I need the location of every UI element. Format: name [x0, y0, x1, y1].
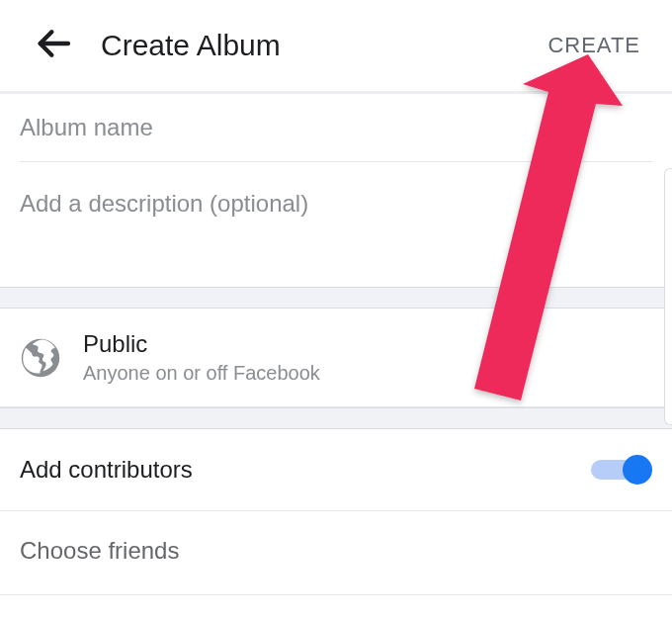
choose-friends-row[interactable]: Choose friends [0, 511, 672, 595]
add-contributors-label: Add contributors [20, 456, 591, 484]
album-name-placeholder: Album name [20, 114, 652, 141]
add-contributors-toggle[interactable] [591, 455, 652, 485]
privacy-title: Public [83, 330, 320, 358]
privacy-text: Public Anyone on or off Facebook [83, 330, 320, 385]
back-button[interactable] [32, 24, 75, 67]
globe-icon [20, 337, 61, 379]
privacy-row[interactable]: Public Anyone on or off Facebook [0, 309, 672, 407]
album-description-field[interactable]: Add a description (optional) [20, 162, 652, 287]
page-title: Create Album [101, 29, 536, 62]
choose-friends-label: Choose friends [20, 537, 179, 565]
privacy-subtitle: Anyone on or off Facebook [83, 362, 320, 385]
add-contributors-row: Add contributors [0, 429, 672, 511]
toggle-knob [623, 455, 652, 485]
section-gap [0, 287, 672, 309]
album-form: Album name Add a description (optional) [0, 94, 672, 287]
create-button[interactable]: CREATE [536, 25, 652, 66]
album-name-field[interactable]: Album name [20, 94, 652, 162]
back-arrow-icon [34, 24, 73, 67]
scroll-hint [664, 168, 672, 425]
album-description-placeholder: Add a description (optional) [20, 190, 652, 218]
section-gap [0, 407, 672, 429]
header-bar: Create Album CREATE [0, 0, 672, 91]
